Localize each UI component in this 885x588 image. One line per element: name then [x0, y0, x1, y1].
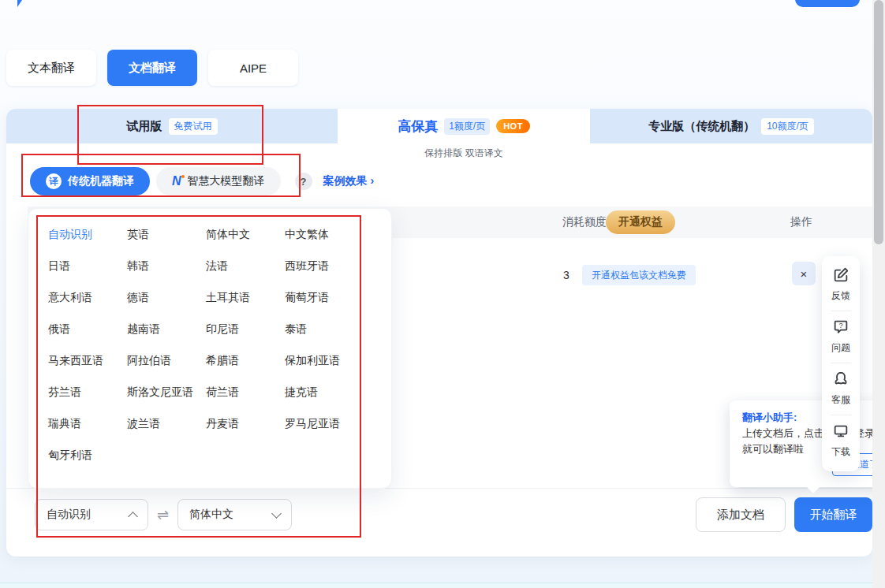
language-grid: 自动识别英语简体中文中文繁体日语韩语法语西班牙语意大利语德语土耳其语葡萄牙语俄语…	[48, 219, 391, 471]
engine-llm-button[interactable]: N 智慧大模型翻译	[156, 167, 281, 195]
language-option[interactable]: 马来西亚语	[48, 345, 127, 377]
trial-title: 试用版	[127, 119, 162, 134]
language-option[interactable]: 芬兰语	[48, 377, 127, 408]
tooltip-line1: 上传文档后，点击开	[742, 426, 835, 441]
pro-title: 专业版（传统机翻）	[648, 119, 755, 134]
language-option[interactable]: 阿拉伯语	[127, 345, 206, 377]
toolbar-item-反馈[interactable]: 反馈	[831, 264, 850, 309]
language-option[interactable]: 希腊语	[206, 345, 285, 377]
toolbar-item-label: 下载	[831, 445, 850, 459]
engine-llm-label: 智慧大模型翻译	[188, 174, 265, 188]
cursor-arrow-icon	[17, 0, 25, 7]
chevron-down-icon	[271, 508, 282, 519]
assistant-tooltip: 翻译小助手: 上传文档后，点击开 就可以翻译啦 我知道了	[730, 400, 885, 487]
source-language-value: 自动识别	[47, 508, 91, 522]
language-option[interactable]: 丹麦语	[206, 408, 285, 440]
monitor-icon	[832, 422, 850, 443]
mode-tabs: 文本翻译文档翻译AIPE	[6, 50, 298, 86]
language-option[interactable]: 韩语	[127, 251, 206, 282]
toolbar-item-label: 客服	[831, 393, 850, 407]
toolbar-item-下载[interactable]: 下载	[831, 420, 850, 465]
plan-tab-hifi[interactable]: 高保真 1额度/页 HOT	[338, 109, 590, 143]
language-dropdown-panel: 自动识别英语简体中文中文繁体日语韩语法语西班牙语意大利语德语土耳其语葡萄牙语俄语…	[28, 208, 392, 489]
language-option[interactable]: 法语	[206, 251, 285, 282]
llm-logo-icon: N	[172, 175, 181, 188]
question-bubble-icon: ?	[832, 318, 850, 339]
language-option[interactable]: 泰语	[285, 314, 379, 345]
header-consume-quota: 消耗额度	[562, 215, 607, 229]
mode-tab-1[interactable]: 文档翻译	[107, 50, 197, 86]
qq-penguin-icon	[832, 370, 850, 391]
plan-tab-trial[interactable]: 试用版 免费试用	[6, 109, 338, 143]
toolbar-item-label: 问题	[831, 341, 850, 355]
language-option[interactable]: 葡萄牙语	[285, 282, 379, 314]
language-option[interactable]: 瑞典语	[48, 408, 127, 440]
language-option[interactable]: 匈牙利语	[48, 440, 127, 471]
language-option[interactable]: 西班牙语	[285, 251, 379, 282]
language-option[interactable]: 自动识别	[48, 219, 127, 251]
language-option[interactable]: 罗马尼亚语	[285, 408, 379, 440]
document-translate-page: 文本翻译文档翻译AIPE 试用版 免费试用 高保真 1额度/页 HOT 专业版（…	[0, 0, 885, 588]
language-option[interactable]: 意大利语	[48, 282, 127, 314]
target-language-value: 简体中文	[189, 508, 233, 522]
language-option[interactable]: 捷克语	[285, 377, 379, 408]
start-translate-button[interactable]: 开始翻译	[794, 497, 872, 532]
language-option[interactable]: 德语	[127, 282, 206, 314]
hot-badge: HOT	[496, 119, 530, 133]
language-option[interactable]: 中文繁体	[285, 219, 379, 251]
bottom-section-edge	[0, 582, 885, 588]
toolbar-item-问题[interactable]: ?问题	[831, 316, 850, 361]
language-option[interactable]: 俄语	[48, 314, 127, 345]
source-language-select[interactable]: 自动识别	[35, 499, 148, 530]
toolbar-divider	[831, 311, 851, 311]
language-option[interactable]: 荷兰语	[206, 377, 285, 408]
toolbar-item-客服[interactable]: 客服	[831, 368, 850, 413]
svg-text:?: ?	[838, 322, 842, 329]
tooltip-line2: 就可以翻译啦	[742, 442, 804, 456]
language-option[interactable]: 越南语	[127, 314, 206, 345]
chevron-up-icon	[128, 512, 138, 522]
top-right-button-fragment[interactable]	[795, 0, 860, 7]
hifi-subtitle: 保持排版 双语译文	[338, 147, 590, 160]
add-document-button[interactable]: 添加文档	[696, 497, 786, 532]
target-language-select[interactable]: 简体中文	[177, 499, 292, 530]
open-rights-button[interactable]: 开通权益	[606, 210, 675, 234]
swap-languages-icon[interactable]: ⇌	[157, 506, 169, 523]
toolbar-item-label: 反馈	[831, 289, 850, 303]
engine-selector: 译 传统机器翻译 N 智慧大模型翻译 ? 案例效果 ›	[30, 167, 374, 195]
language-option[interactable]: 日语	[48, 251, 127, 282]
mode-tab-2[interactable]: AIPE	[208, 50, 298, 86]
engine-traditional-button[interactable]: 译 传统机器翻译	[30, 167, 150, 195]
help-icon[interactable]: ?	[295, 173, 312, 190]
close-icon[interactable]: ×	[792, 262, 816, 285]
engine-traditional-label: 传统机器翻译	[68, 174, 134, 188]
doc-quota-value: 3	[563, 269, 569, 281]
language-option[interactable]: 波兰语	[127, 408, 206, 440]
rights-free-note[interactable]: 开通权益包该文档免费	[582, 265, 696, 285]
pro-quota-badge: 10额度/页	[761, 118, 814, 135]
hifi-title: 高保真	[398, 117, 438, 136]
language-option[interactable]: 英语	[127, 219, 206, 251]
language-option[interactable]: 土耳其语	[206, 282, 285, 314]
language-option[interactable]: 简体中文	[206, 219, 285, 251]
scrollbar-thumb[interactable]	[874, 0, 883, 244]
scrollbar-track[interactable]	[872, 0, 885, 588]
header-action: 操作	[790, 215, 812, 229]
language-option[interactable]: 保加利亚语	[285, 345, 379, 377]
translate-icon: 译	[46, 173, 62, 189]
tooltip-title: 翻译小助手:	[742, 411, 797, 425]
floating-side-toolbar: 反馈?问题客服下载	[822, 256, 860, 471]
language-option[interactable]: 印尼语	[206, 314, 285, 345]
trial-free-badge: 免费试用	[169, 118, 218, 135]
mode-tab-0[interactable]: 文本翻译	[6, 50, 96, 86]
case-effect-link[interactable]: 案例效果 ›	[323, 174, 375, 188]
toolbar-divider	[831, 363, 851, 363]
hifi-quota-badge: 1额度/页	[444, 118, 490, 135]
language-option[interactable]: 斯洛文尼亚语	[127, 377, 206, 408]
pen-square-icon	[832, 266, 850, 287]
toolbar-divider	[831, 415, 851, 415]
plan-tab-pro[interactable]: 专业版（传统机翻） 10额度/页	[590, 109, 872, 143]
